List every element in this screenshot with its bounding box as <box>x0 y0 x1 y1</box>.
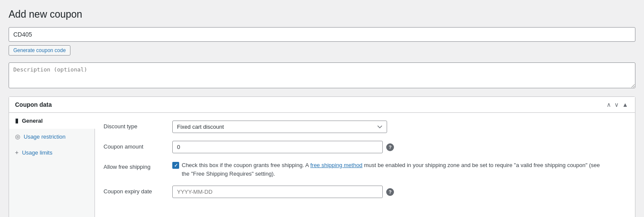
coupon-expiry-row: Coupon expiry date ? <box>104 186 626 198</box>
coupon-amount-input[interactable] <box>172 141 383 153</box>
coupon-expiry-input[interactable] <box>172 186 383 198</box>
generate-coupon-code-button[interactable]: Generate coupon code <box>9 45 70 56</box>
coupon-expiry-label: Coupon expiry date <box>104 186 172 195</box>
coupon-fields: Discount type Percentage discount Fixed … <box>95 113 635 217</box>
tab-general-label: General <box>22 118 43 124</box>
coupon-data-section: Coupon data ∧ ∨ ▲ ▮ General ◎ Usage rest… <box>9 96 635 217</box>
tab-general[interactable]: ▮ General <box>9 113 95 129</box>
discount-type-select[interactable]: Percentage discount Fixed cart discount … <box>172 121 387 133</box>
coupon-amount-help-icon[interactable]: ? <box>386 143 394 151</box>
coupon-data-body: ▮ General ◎ Usage restriction + Usage li… <box>9 113 635 217</box>
collapse-down-icon[interactable]: ∨ <box>613 101 620 108</box>
expand-icon[interactable]: ▲ <box>621 101 629 108</box>
coupon-amount-content: ? <box>172 141 626 153</box>
general-icon: ▮ <box>15 117 18 124</box>
tab-usage-limits[interactable]: + Usage limits <box>9 145 95 161</box>
description-textarea[interactable] <box>9 62 635 88</box>
free-shipping-checkbox[interactable] <box>172 162 179 169</box>
free-shipping-method-link[interactable]: free shipping method <box>310 162 362 168</box>
discount-type-row: Discount type Percentage discount Fixed … <box>104 121 626 133</box>
page-title: Add new coupon <box>9 9 635 20</box>
coupon-expiry-help-icon[interactable]: ? <box>386 188 394 196</box>
tab-usage-limits-label: Usage limits <box>22 149 52 156</box>
tab-usage-restriction[interactable]: ◎ Usage restriction <box>9 129 95 145</box>
header-controls: ∧ ∨ ▲ <box>606 101 629 108</box>
collapse-up-icon[interactable]: ∧ <box>606 101 612 108</box>
free-shipping-text-before: Check this box if the coupon grants free… <box>182 162 310 168</box>
coupon-data-title: Coupon data <box>15 101 52 108</box>
free-shipping-text: Check this box if the coupon grants free… <box>182 161 603 178</box>
usage-limits-icon: + <box>15 149 18 156</box>
free-shipping-checkbox-container: Check this box if the coupon grants free… <box>172 161 603 178</box>
coupon-data-header: Coupon data ∧ ∨ ▲ <box>9 97 635 113</box>
coupon-tabs: ▮ General ◎ Usage restriction + Usage li… <box>9 113 95 217</box>
coupon-amount-label: Coupon amount <box>104 141 172 150</box>
coupon-code-input[interactable] <box>9 27 635 42</box>
coupon-expiry-content: ? <box>172 186 626 198</box>
free-shipping-content: Check this box if the coupon grants free… <box>172 161 626 178</box>
coupon-amount-row: Coupon amount ? <box>104 141 626 153</box>
discount-type-content: Percentage discount Fixed cart discount … <box>172 121 626 133</box>
discount-type-label: Discount type <box>104 121 172 130</box>
usage-restriction-icon: ◎ <box>15 133 20 140</box>
tab-usage-restriction-label: Usage restriction <box>24 133 66 140</box>
free-shipping-row: Allow free shipping Check this box if th… <box>104 161 626 178</box>
free-shipping-label: Allow free shipping <box>104 161 172 170</box>
